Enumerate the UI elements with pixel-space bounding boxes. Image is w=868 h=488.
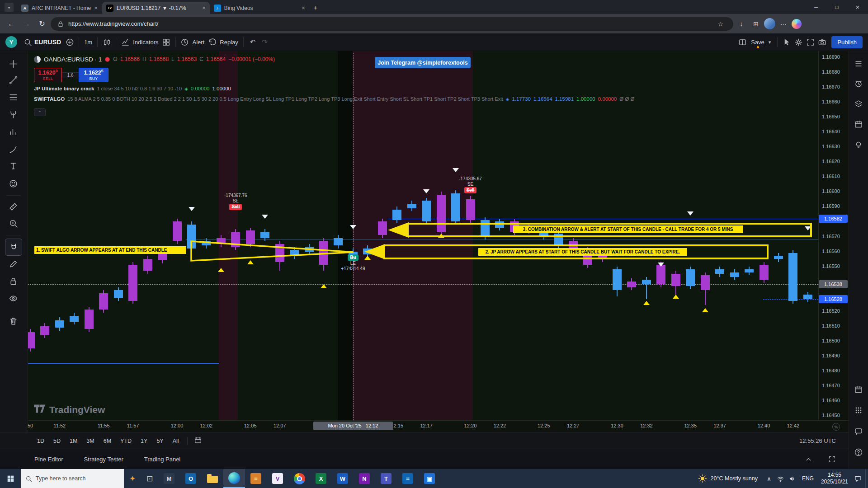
calendar-icon[interactable] xyxy=(851,117,866,132)
refresh-button[interactable]: ↻ xyxy=(35,17,49,31)
chart-plot-area[interactable] xyxy=(28,51,818,420)
address-bar[interactable]: https://www.tradingview.com/chart/ ☆ xyxy=(51,17,733,31)
edit-tool-icon[interactable] xyxy=(5,256,21,272)
close-button[interactable]: × xyxy=(847,0,868,14)
tab-trading-panel[interactable]: Trading Panel xyxy=(144,456,180,463)
tab-actions-menu-icon[interactable]: ▾ xyxy=(5,3,14,12)
telegram-banner[interactable]: Join Telegram @simpleforextools xyxy=(375,57,471,68)
tray-chevron-icon[interactable]: ∧ xyxy=(763,469,775,488)
text-tool-icon[interactable] xyxy=(5,158,21,174)
annotation-label-1[interactable]: 1. SWIFT ALGO ARROW APPEARS AT AT END TH… xyxy=(34,246,186,254)
show-desktop-button[interactable] xyxy=(865,469,868,488)
browser-menu-icon[interactable]: ⋯ xyxy=(777,20,790,28)
alerts-icon[interactable] xyxy=(851,76,866,91)
user-avatar[interactable]: Y xyxy=(5,36,17,48)
undo-icon[interactable]: ↶ xyxy=(247,38,259,46)
save-button[interactable]: Save xyxy=(748,39,765,46)
panel-expand-icon[interactable] xyxy=(826,453,838,465)
tab-close-icon[interactable]: × xyxy=(302,5,305,11)
publish-button[interactable]: Publish xyxy=(831,36,863,48)
teams-icon[interactable]: T xyxy=(375,469,397,488)
economic-calendar-icon[interactable] xyxy=(851,382,866,397)
quick-search-icon[interactable] xyxy=(781,36,793,48)
scale-mode-icon[interactable]: % xyxy=(832,423,840,431)
tab-close-icon[interactable]: × xyxy=(94,5,98,11)
start-button[interactable] xyxy=(0,469,21,488)
settings-gear-icon[interactable] xyxy=(793,36,804,48)
browser-tab-intranet[interactable]: A ARC INTRANET - Home × xyxy=(17,2,102,14)
downloads-icon[interactable]: ↓ xyxy=(735,20,748,28)
range-button-1m[interactable]: 1M xyxy=(70,438,77,444)
checkmark-app-icon[interactable]: V xyxy=(267,469,288,488)
snapshot-camera-icon[interactable] xyxy=(816,36,828,48)
task-view-icon[interactable]: ⊡ xyxy=(141,469,158,488)
trend-line-tool-icon[interactable] xyxy=(5,72,21,88)
replay-icon[interactable] xyxy=(206,36,218,48)
file-explorer-icon[interactable] xyxy=(202,469,223,488)
range-button-all[interactable]: All xyxy=(173,438,179,444)
remove-tool-icon[interactable] xyxy=(5,313,21,329)
ideas-icon[interactable] xyxy=(851,137,866,153)
alert-clock-icon[interactable] xyxy=(179,36,191,48)
outlook-icon[interactable]: O xyxy=(180,469,202,488)
interval-button[interactable]: 1m xyxy=(82,39,94,46)
range-button-5d[interactable]: 5D xyxy=(53,438,61,444)
alert-button[interactable]: Alert xyxy=(191,39,207,46)
forecast-tool-icon[interactable] xyxy=(5,123,21,140)
search-highlights-icon[interactable]: ✦ xyxy=(124,469,141,488)
apps-grid-icon[interactable] xyxy=(851,403,866,418)
hide-tool-icon[interactable] xyxy=(5,290,21,306)
taskbar-search-box[interactable]: Type here to search xyxy=(21,469,124,488)
browser-profile-avatar[interactable] xyxy=(764,18,775,29)
pattern-tool-icon[interactable] xyxy=(5,106,21,122)
indicator-templates-icon[interactable] xyxy=(160,36,172,48)
emoji-tool-icon[interactable] xyxy=(5,175,21,192)
panel-chevron-up-icon[interactable] xyxy=(802,453,814,465)
compare-add-icon[interactable] xyxy=(64,36,75,48)
range-button-5y[interactable]: 5Y xyxy=(156,438,163,444)
tab-pine-editor[interactable]: Pine Editor xyxy=(34,456,63,463)
site-info-lock-icon[interactable] xyxy=(57,20,64,28)
forward-button[interactable]: → xyxy=(20,17,33,31)
symbol-search-icon[interactable] xyxy=(22,36,33,48)
help-icon[interactable] xyxy=(851,445,866,460)
range-button-6m[interactable]: 6M xyxy=(104,438,111,444)
back-button[interactable]: ← xyxy=(5,17,18,31)
annotation-label-2[interactable]: 2. JP ARROW APPEARS AT START OF THIS CAN… xyxy=(478,248,687,256)
copilot-icon[interactable] xyxy=(792,19,802,29)
time-scale[interactable]: % xyxy=(28,420,849,432)
speaker-icon[interactable] xyxy=(787,469,798,488)
symbol-name[interactable]: EURUSD xyxy=(33,38,64,46)
calculator-icon[interactable]: = xyxy=(397,469,419,488)
legend-collapse-chevron-icon[interactable]: ⌃ xyxy=(34,108,46,116)
edge-browser-icon[interactable] xyxy=(223,469,245,488)
redo-icon[interactable]: ↷ xyxy=(259,38,271,46)
maximize-button[interactable]: □ xyxy=(826,0,847,14)
wifi-icon[interactable] xyxy=(775,469,787,488)
hotlists-icon[interactable] xyxy=(851,96,866,112)
onenote-icon[interactable]: N xyxy=(354,469,375,488)
word-icon[interactable]: W xyxy=(332,469,354,488)
language-indicator[interactable]: ENG xyxy=(798,475,817,482)
excel-icon[interactable]: X xyxy=(310,469,332,488)
range-button-3m[interactable]: 3M xyxy=(86,438,94,444)
extensions-icon[interactable]: ⊞ xyxy=(750,20,762,28)
measure-tool-icon[interactable] xyxy=(5,198,21,215)
action-center-icon[interactable] xyxy=(852,469,863,488)
fullscreen-icon[interactable] xyxy=(804,36,816,48)
chart-type-icon[interactable] xyxy=(101,36,113,48)
tab-close-icon[interactable]: × xyxy=(202,5,206,11)
browser-tab-tradingview[interactable]: TV EURUSD 1.16217 ▼ -0.17% × xyxy=(102,2,210,14)
price-scale[interactable] xyxy=(818,51,849,420)
photos-app-icon[interactable]: ▣ xyxy=(419,469,440,488)
indicators-icon[interactable] xyxy=(119,36,131,48)
cursor-tool-icon[interactable] xyxy=(5,56,21,72)
zoom-tool-icon[interactable] xyxy=(5,215,21,231)
tab-audio-icon[interactable]: ♪ xyxy=(214,5,221,12)
save-menu-chevron-icon[interactable]: ▾ xyxy=(765,39,774,45)
magnet-tool-icon[interactable] xyxy=(5,239,22,256)
go-to-date-icon[interactable] xyxy=(194,436,204,446)
range-button-1y[interactable]: 1Y xyxy=(141,438,147,444)
range-button-1d[interactable]: 1D xyxy=(37,438,44,444)
new-tab-button[interactable]: + xyxy=(314,4,318,11)
